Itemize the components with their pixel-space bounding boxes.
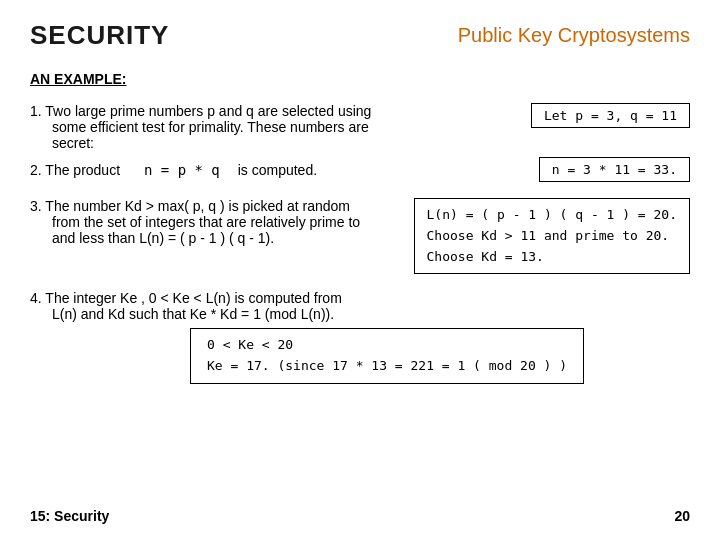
item-4-line2: L(n) and Kd such that Ke * Kd = 1 (mod L… [52,306,334,322]
footer-label: 15: Security [30,508,109,524]
item-2: 2. The product n = p * q is computed. n … [30,157,690,182]
item-3-number: 3. [30,198,42,214]
page-title: SECURITY [30,20,169,51]
item-3-box-line2: Choose Kd > 11 and prime to 20. [427,226,677,247]
item-4-number: 4. [30,290,42,306]
page: SECURITY Public Key Cryptosystems AN EXA… [0,0,720,540]
header: SECURITY Public Key Cryptosystems [30,20,690,51]
item-3-box-line1: L(n) = ( p - 1 ) ( q - 1 ) = 20. [427,205,677,226]
item-4-box-line1: 0 < Ke < 20 [207,335,567,356]
item-1-box: Let p = 3, q = 11 [531,103,690,128]
item-4-line1: The integer Ke , 0 < Ke < L(n) is comput… [45,290,341,306]
section-heading: AN EXAMPLE: [30,71,690,87]
item-1-line3: secret: [52,135,94,151]
item-2-formula: n = p * q [144,162,220,178]
item-3-box: L(n) = ( p - 1 ) ( q - 1 ) = 20. Choose … [414,198,690,274]
item-1: 1. Two large prime numbers p and q are s… [30,103,690,151]
item-4: 4. The integer Ke , 0 < Ke < L(n) is com… [30,290,690,384]
item-1-number: 1. [30,103,42,119]
content: 1. Two large prime numbers p and q are s… [30,103,690,384]
item-2-number: 2. [30,162,42,178]
item-3-box-line3: Choose Kd = 13. [427,247,677,268]
item-1-line1: Two large prime numbers p and q are sele… [45,103,371,119]
item-3: 3. The number Kd > max( p, q ) is picked… [30,198,690,274]
page-subtitle: Public Key Cryptosystems [458,24,690,47]
item-1-line2: some efficient test for primality. These… [52,119,369,135]
item-2-computed: is computed. [238,162,317,178]
footer-page: 20 [674,508,690,524]
item-2-product: The product [45,162,120,178]
item-1-text: 1. Two large prime numbers p and q are s… [30,103,371,151]
item-3-line2: from the set of integers that are relati… [52,214,360,230]
item-4-text: 4. The integer Ke , 0 < Ke < L(n) is com… [30,290,690,322]
item-4-box-line2: Ke = 17. (since 17 * 13 = 221 = 1 ( mod … [207,356,567,377]
item-4-box: 0 < Ke < 20 Ke = 17. (since 17 * 13 = 22… [190,328,584,384]
item-3-line1: The number Kd > max( p, q ) is picked at… [45,198,350,214]
item-3-text: 3. The number Kd > max( p, q ) is picked… [30,198,360,246]
item-2-text: 2. The product n = p * q is computed. [30,162,317,178]
item-2-box: n = 3 * 11 = 33. [539,157,690,182]
item-3-line3: and less than L(n) = ( p - 1 ) ( q - 1). [52,230,274,246]
footer: 15: Security 20 [0,508,720,524]
